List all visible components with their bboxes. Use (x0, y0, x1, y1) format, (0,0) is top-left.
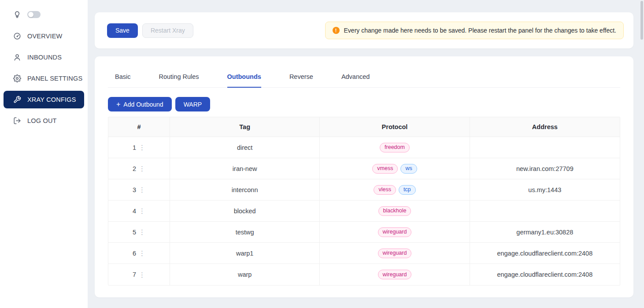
index-cell: 3 ⋮ (108, 179, 170, 200)
sidebar-menu: OVERVIEW INBOUNDS PANEL SETTINGS XRAY CO… (0, 26, 88, 131)
protocol-badge: wireguard (378, 227, 412, 237)
row-number: 1 (133, 144, 136, 151)
tag-cell: interconn (170, 179, 320, 200)
tag-cell: iran-new (170, 158, 320, 179)
address-cell (470, 200, 620, 222)
tab-advanced[interactable]: Advanced (341, 73, 370, 87)
app-root: OVERVIEW INBOUNDS PANEL SETTINGS XRAY CO… (0, 0, 644, 308)
index-cell: 7 ⋮ (108, 264, 170, 285)
index-cell: 1 ⋮ (108, 137, 170, 158)
transport-badge: tcp (399, 185, 416, 195)
tab-reverse[interactable]: Reverse (289, 73, 313, 87)
protocol-cell: vmess ws (320, 158, 470, 179)
tag-cell: blocked (170, 200, 320, 222)
tabs-bar: Basic Routing Rules Outbounds Reverse Ad… (108, 56, 620, 88)
logout-icon (13, 117, 21, 125)
row-number: 3 (133, 186, 136, 193)
header-protocol: Protocol (320, 117, 470, 137)
row-number: 7 (133, 271, 136, 278)
tab-basic[interactable]: Basic (115, 73, 130, 87)
table-row: 7 ⋮ warp wireguard engage.cloudflareclie… (108, 264, 620, 285)
protocol-badge: wireguard (378, 270, 412, 279)
row-number: 6 (133, 250, 136, 257)
table-header-row: # Tag Protocol Address (108, 117, 620, 137)
protocol-cell: wireguard (320, 264, 470, 285)
toggle-knob (28, 12, 33, 17)
scrollbar-thumb[interactable] (640, 1, 643, 40)
address-cell: engage.cloudflareclient.com:2408 (470, 243, 620, 264)
sidebar-item-inbounds[interactable]: INBOUNDS (0, 47, 88, 68)
gear-icon (13, 74, 21, 82)
header-tag: Tag (170, 117, 320, 137)
sidebar-item-xray-configs[interactable]: XRAY CONFIGS (4, 91, 84, 108)
index-cell: 6 ⋮ (108, 243, 170, 264)
row-number: 4 (133, 208, 136, 215)
table-row: 4 ⋮ blocked blackhole (108, 200, 620, 222)
sidebar-item-panel-settings[interactable]: PANEL SETTINGS (0, 68, 88, 89)
tag-cell: direct (170, 137, 320, 158)
sidebar: OVERVIEW INBOUNDS PANEL SETTINGS XRAY CO… (0, 0, 88, 308)
protocol-badge: wireguard (378, 249, 412, 258)
sidebar-item-label: INBOUNDS (27, 54, 62, 61)
row-menu-icon[interactable]: ⋮ (139, 208, 145, 214)
save-button[interactable]: Save (107, 23, 138, 38)
table-row: 6 ⋮ warp1 wireguard engage.cloudflarecli… (108, 243, 620, 264)
tag-cell: testwg (170, 222, 320, 243)
protocol-cell: wireguard (320, 243, 470, 264)
row-menu-icon[interactable]: ⋮ (139, 250, 145, 256)
theme-row (0, 8, 88, 23)
row-menu-icon[interactable]: ⋮ (139, 186, 145, 193)
address-cell: new.iran.com:27709 (470, 158, 620, 179)
alert-text: Every change made here needs to be saved… (344, 27, 616, 34)
sidebar-item-label: PANEL SETTINGS (27, 75, 82, 82)
sidebar-item-label: LOG OUT (27, 117, 57, 124)
warning-alert: ! Every change made here needs to be sav… (325, 22, 624, 39)
tab-routing-rules[interactable]: Routing Rules (159, 73, 199, 87)
row-menu-icon[interactable]: ⋮ (139, 229, 145, 235)
warp-button[interactable]: WARP (175, 97, 210, 111)
header-index: # (108, 117, 170, 137)
tag-cell: warp1 (170, 243, 320, 264)
protocol-cell: freedom (320, 137, 470, 158)
sidebar-item-log-out[interactable]: LOG OUT (0, 110, 88, 131)
index-cell: 5 ⋮ (108, 222, 170, 243)
address-cell: us.my:1443 (470, 179, 620, 200)
address-cell: engage.cloudflareclient.com:2408 (470, 264, 620, 285)
toolbar-card: Save Restart Xray ! Every change made he… (95, 12, 633, 48)
plus-icon: + (116, 101, 120, 108)
protocol-cell: wireguard (320, 222, 470, 243)
table-row: 2 ⋮ iran-new vmess ws new.iran.com:27709 (108, 158, 620, 179)
add-outbound-label: Add Outbound (123, 101, 163, 108)
transport-badge: ws (400, 164, 417, 174)
theme-toggle[interactable] (27, 11, 41, 18)
main-content: Save Restart Xray ! Every change made he… (88, 0, 644, 308)
row-menu-icon[interactable]: ⋮ (139, 144, 145, 151)
tab-outbounds[interactable]: Outbounds (227, 73, 261, 87)
protocol-cell: vless tcp (320, 179, 470, 200)
protocol-badge: freedom (380, 143, 410, 152)
scrollbar[interactable] (640, 0, 644, 308)
add-outbound-button[interactable]: + Add Outbound (108, 97, 172, 111)
protocol-cell: blackhole (320, 200, 470, 222)
wrench-icon (13, 96, 21, 104)
row-menu-icon[interactable]: ⋮ (139, 165, 145, 172)
table-row: 3 ⋮ interconn vless tcp us.my:1443 (108, 179, 620, 200)
row-number: 5 (133, 229, 136, 236)
header-address: Address (470, 117, 620, 137)
dashboard-icon (13, 32, 21, 40)
index-cell: 4 ⋮ (108, 200, 170, 222)
address-cell: germany1.eu:30828 (470, 222, 620, 243)
protocol-badge: vless (374, 185, 396, 195)
table-row: 1 ⋮ direct freedom (108, 137, 620, 158)
table-row: 5 ⋮ testwg wireguard germany1.eu:30828 (108, 222, 620, 243)
address-cell (470, 137, 620, 158)
row-number: 2 (133, 165, 136, 172)
protocol-badge: vmess (372, 164, 398, 174)
restart-xray-button[interactable]: Restart Xray (142, 23, 193, 38)
sidebar-item-label: OVERVIEW (27, 33, 63, 40)
xray-configs-card: Basic Routing Rules Outbounds Reverse Ad… (95, 56, 633, 297)
row-menu-icon[interactable]: ⋮ (139, 271, 145, 278)
outbounds-table: # Tag Protocol Address 1 ⋮ direct freedo… (108, 117, 620, 286)
warning-icon: ! (333, 27, 340, 34)
sidebar-item-overview[interactable]: OVERVIEW (0, 26, 88, 47)
